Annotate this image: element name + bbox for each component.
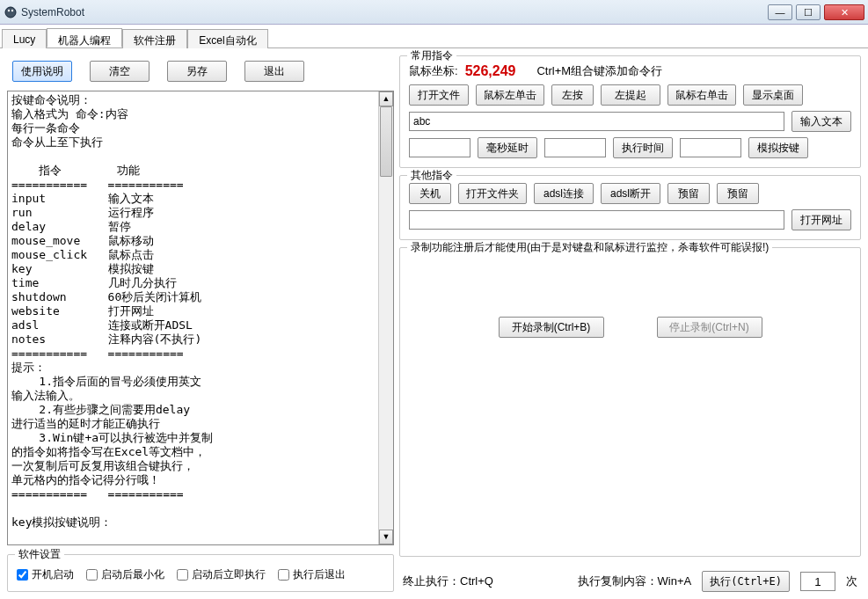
times-input[interactable] [800,572,835,591]
autostart-checkbox[interactable]: 开机启动 [17,567,74,582]
left-click-button[interactable]: 鼠标左单击 [476,84,544,106]
title-bar: SystemRobot [0,0,868,25]
text-input[interactable] [409,112,784,131]
maximize-button[interactable] [796,4,821,20]
scroll-up-icon[interactable]: ▲ [379,91,393,106]
scroll-down-icon[interactable]: ▼ [379,530,393,544]
coord-label: 鼠标坐标: [409,63,458,79]
coord-hint: Ctrl+M组合键添加命令行 [536,63,662,79]
min-on-start-label: 启动后最小化 [101,567,164,582]
mouse-coord: 526,249 [465,63,516,79]
copy-hint: 执行复制内容：Win+A [578,573,692,589]
execute-button[interactable]: 执行(Ctrl+E) [702,571,790,592]
exec-on-start-label: 启动后立即执行 [192,567,266,582]
tab-excel[interactable]: Excel自动化 [187,29,267,48]
svg-point-1 [8,9,10,11]
show-desktop-button[interactable]: 显示桌面 [743,84,803,106]
open-file-button[interactable]: 打开文件 [409,84,469,106]
adsl-connect-button[interactable]: adsl连接 [534,183,594,204]
scroll-thumb[interactable] [380,106,392,177]
help-button[interactable]: 使用说明 [12,61,72,82]
left-up-button[interactable]: 左提起 [601,84,660,106]
website-input[interactable] [409,210,784,230]
exit-button[interactable]: 退出 [244,61,304,82]
exec-time-button[interactable]: 执行时间 [613,137,673,158]
exit-after-label: 执行后退出 [293,567,346,582]
stop-record-button[interactable]: 停止录制(Ctrl+N) [657,317,762,338]
tab-lucy[interactable]: Lucy [2,29,47,48]
script-editor[interactable] [8,91,378,544]
adsl-disconnect-button[interactable]: adsl断开 [601,183,660,204]
tab-robot-programming[interactable]: 机器人编程 [47,28,122,47]
ms-delay-button[interactable]: 毫秒延时 [478,137,537,158]
times-suffix: 次 [846,573,857,589]
delay-input[interactable] [409,138,470,157]
reserve2-button[interactable]: 预留 [717,183,759,204]
right-click-button[interactable]: 鼠标右单击 [667,84,736,106]
settings-legend: 软件设置 [15,547,64,562]
left-down-button[interactable]: 左按 [551,84,594,106]
abort-hint: 终止执行：Ctrl+Q [403,573,493,589]
start-record-button[interactable]: 开始录制(Ctrl+B) [499,317,604,338]
other-legend: 其他指令 [407,168,456,183]
record-legend: 录制功能注册后才能使用(由于是对键盘和鼠标进行监控，杀毒软件可能误报!) [407,240,772,255]
main-tabs: Lucy 机器人编程 软件注册 Excel自动化 [0,25,868,48]
svg-point-2 [11,9,13,11]
window-title: SystemRobot [21,6,768,18]
autostart-label: 开机启动 [32,567,74,582]
app-icon [4,5,18,19]
editor-scrollbar[interactable]: ▲ ▼ [378,91,393,544]
clear-button[interactable]: 清空 [90,61,150,82]
shutdown-button[interactable]: 关机 [409,183,451,204]
svg-point-0 [5,7,16,18]
tab-register[interactable]: 软件注册 [122,29,187,48]
exit-after-checkbox[interactable]: 执行后退出 [278,567,346,582]
close-button[interactable] [824,4,864,20]
open-folder-button[interactable]: 打开文件夹 [458,183,527,204]
save-as-button[interactable]: 另存 [167,61,227,82]
min-on-start-checkbox[interactable]: 启动后最小化 [86,567,164,582]
input-text-button[interactable]: 输入文本 [791,111,851,132]
reserve1-button[interactable]: 预留 [667,183,710,204]
minimize-button[interactable] [768,4,792,20]
script-editor-wrap: ▲ ▼ [7,91,394,545]
sim-key-input[interactable] [680,138,741,157]
exec-on-start-checkbox[interactable]: 启动后立即执行 [177,567,266,582]
open-website-button[interactable]: 打开网址 [791,209,851,230]
common-legend: 常用指令 [407,48,456,63]
exec-time-input[interactable] [544,138,606,157]
sim-key-button[interactable]: 模拟按键 [748,137,808,158]
